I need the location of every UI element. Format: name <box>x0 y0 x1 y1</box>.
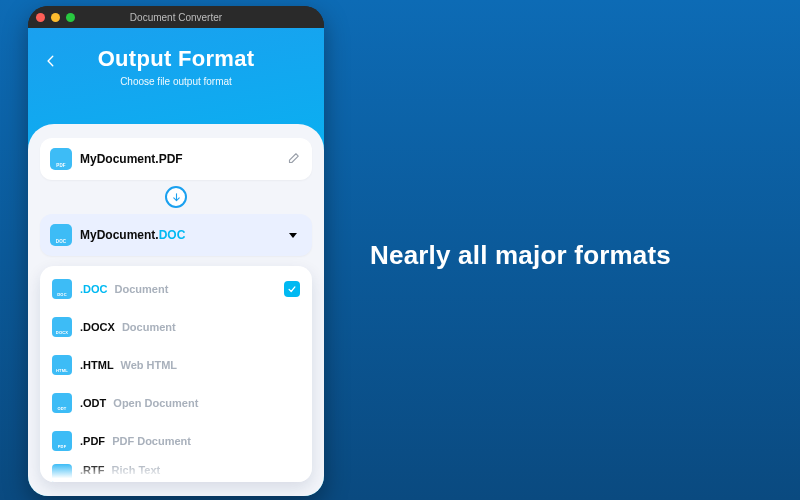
close-icon[interactable] <box>36 13 45 22</box>
app-header: Output Format Choose file output format <box>28 28 324 101</box>
target-filename-base: MyDocument. <box>80 228 159 242</box>
file-icon-tag: DOCX <box>56 330 68 335</box>
format-option-label: .DOCX Document <box>80 321 300 333</box>
file-icon-tag: PDF <box>58 444 67 449</box>
format-option-label: .HTML Web HTML <box>80 359 300 371</box>
target-format-selector[interactable]: DOC MyDocument.DOC <box>40 214 312 256</box>
format-option[interactable]: RTF.RTF Rich Text <box>40 460 312 482</box>
maximize-icon[interactable] <box>66 13 75 22</box>
conversion-arrow <box>40 186 312 208</box>
chevron-left-icon <box>44 54 58 68</box>
source-filename-base: MyDocument. <box>80 152 159 166</box>
source-filename: MyDocument.PDF <box>80 152 284 166</box>
marketing-tagline: Nearly all major formats <box>370 240 671 271</box>
file-icon: PDF <box>50 148 72 170</box>
format-option[interactable]: HTML.HTML Web HTML <box>40 346 312 384</box>
format-option-label: .PDF PDF Document <box>80 435 300 447</box>
window-titlebar: Document Converter <box>28 6 324 28</box>
file-icon: DOC <box>52 279 72 299</box>
traffic-lights <box>36 13 75 22</box>
source-file-row[interactable]: PDF MyDocument.PDF <box>40 138 312 180</box>
file-icon: RTF <box>52 464 72 482</box>
check-icon <box>284 281 300 297</box>
format-option[interactable]: ODT.ODT Open Document <box>40 384 312 422</box>
format-option-label: .RTF Rich Text <box>80 464 300 476</box>
chevron-down-icon <box>284 226 302 244</box>
file-icon-tag: DOC <box>56 239 67 244</box>
arrow-down-icon <box>165 186 187 208</box>
file-icon-tag: RTF <box>58 477 66 482</box>
format-dropdown: DOC.DOC DocumentDOCX.DOCX DocumentHTML.H… <box>40 266 312 482</box>
file-icon: HTML <box>52 355 72 375</box>
file-icon: DOC <box>50 224 72 246</box>
page-subtitle: Choose file output format <box>46 76 306 87</box>
file-icon-tag: DOC <box>57 292 67 297</box>
target-filename: MyDocument.DOC <box>80 228 284 242</box>
file-icon-tag: PDF <box>56 163 66 168</box>
file-icon: DOCX <box>52 317 72 337</box>
format-option[interactable]: PDF.PDF PDF Document <box>40 422 312 460</box>
format-option-label: .ODT Open Document <box>80 397 300 409</box>
page-title: Output Format <box>46 46 306 72</box>
edit-icon[interactable] <box>284 150 302 168</box>
source-filename-ext: PDF <box>159 152 183 166</box>
file-icon-tag: ODT <box>57 406 66 411</box>
format-option[interactable]: DOC.DOC Document <box>40 270 312 308</box>
minimize-icon[interactable] <box>51 13 60 22</box>
file-icon-tag: HTML <box>56 368 68 373</box>
format-option[interactable]: DOCX.DOCX Document <box>40 308 312 346</box>
app-window: Document Converter Output Format Choose … <box>28 6 324 496</box>
back-button[interactable] <box>40 50 62 72</box>
target-filename-ext: DOC <box>159 228 186 242</box>
content-card: PDF MyDocument.PDF <box>28 124 324 496</box>
format-option-label: .DOC Document <box>80 283 284 295</box>
file-icon: ODT <box>52 393 72 413</box>
app-surface: Output Format Choose file output format … <box>28 28 324 496</box>
file-icon: PDF <box>52 431 72 451</box>
